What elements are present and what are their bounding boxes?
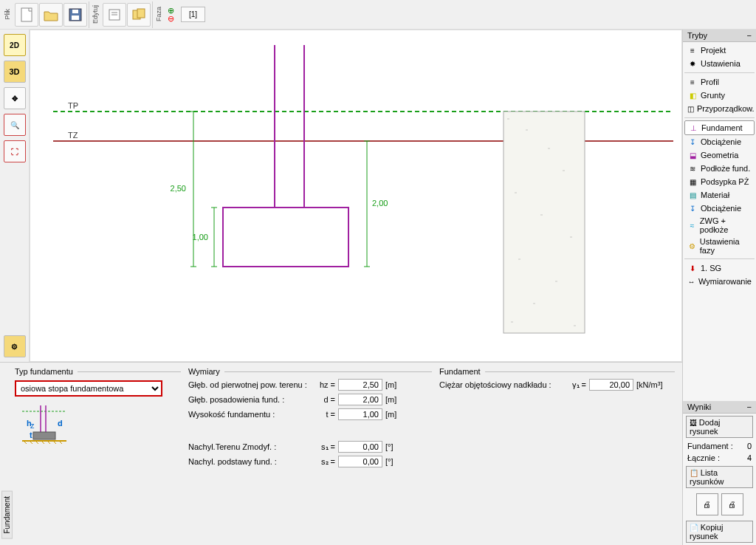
wyniki-header: Wyniki− — [683, 401, 756, 414]
svg-rect-3 — [72, 10, 78, 13]
material-icon: ▤ — [687, 190, 698, 200]
doc-icon: ≡ — [687, 45, 698, 55]
input-hz[interactable] — [338, 379, 382, 391]
bedding-icon: ▦ — [687, 176, 698, 187]
mode-material[interactable]: ▤Materiał — [684, 188, 755, 202]
water-icon: ≈ — [687, 220, 697, 230]
load-icon: ↧ — [687, 137, 698, 147]
right-panel: Tryby− ≡Projekt ✸Ustawienia ≡Profil ◧Gru… — [682, 30, 756, 545]
input-d[interactable] — [338, 394, 382, 405]
row-d: Głęb. posadowienia fund. : d = [m] — [188, 394, 432, 405]
foundation-icon: ⊥ — [688, 123, 698, 133]
row-lacznie: Łącznie :4 — [683, 452, 756, 464]
row-hz: Głęb. od pierwotnej pow. terenu : hz = [… — [188, 379, 432, 391]
legend-fund: Fundament — [439, 367, 481, 376]
bottom-panel: Fundament Typ fundamentu osiowa stopa fu… — [0, 362, 682, 545]
settings-button[interactable]: ⚙ — [4, 335, 26, 357]
geometry-icon: ⬓ — [687, 150, 698, 160]
fit-button[interactable]: ⛶ — [4, 140, 26, 162]
mode-projekt[interactable]: ≡Projekt — [684, 44, 755, 57]
mode-wymiar[interactable]: ↔Wymiarowanie — [684, 275, 755, 288]
col-typ: Typ fundamentu osiowa stopa fundamentowa… — [15, 367, 181, 541]
label-tz: TZ — [68, 131, 78, 140]
dodaj-rysunek-button[interactable]: 🖼 Dodaj rysunek — [686, 416, 753, 438]
svg-rect-11 — [504, 112, 585, 333]
minimize-icon[interactable]: − — [747, 31, 752, 40]
mode-geometria[interactable]: ⬓Geometria — [684, 148, 755, 162]
load2-icon: ↧ — [687, 203, 698, 213]
mode-profil[interactable]: ≡Profil — [684, 75, 755, 89]
row-gamma1: Ciężar objętościowy nadkładu : γ₁ = [kN/… — [439, 379, 675, 391]
left-toolbar: 2D 3D ✥ 🔍 ⛶ ⚙ — [0, 30, 30, 362]
tryby-header: Tryby− — [683, 30, 756, 42]
mode-grunty[interactable]: ◧Grunty — [684, 89, 755, 102]
zoom-button[interactable]: 🔍 — [4, 114, 26, 136]
view-2d-button[interactable]: 2D — [4, 34, 26, 56]
legend-wymiary: Wymiary — [188, 367, 220, 376]
foundation-type-select[interactable]: osiowa stopa fundamentowa — [15, 380, 162, 397]
svg-rect-2 — [72, 16, 79, 20]
drawing-canvas[interactable]: TP TZ 2,50 1,00 2,00 — [30, 30, 682, 362]
svg-rect-8 — [137, 9, 145, 18]
input-t[interactable] — [338, 408, 382, 420]
side-tab-fundament[interactable]: Fundament — [1, 491, 13, 539]
row-fundament: Fundament :0 — [683, 440, 756, 452]
group-label-edytuj: Edytuj — [91, 5, 100, 24]
sg-icon: ⬇ — [687, 263, 698, 273]
plus-minus-icon[interactable]: ⊕⊖ — [166, 7, 176, 23]
open-file-button[interactable] — [39, 3, 63, 27]
assign-icon: ◫ — [687, 103, 694, 114]
lista-rysunkow-button[interactable]: 📋 Lista rysunków — [686, 466, 753, 488]
move-button[interactable]: ✥ — [4, 87, 26, 109]
mode-ustawienia[interactable]: ✸Ustawienia — [684, 57, 755, 70]
top-toolbar: Plik Edytuj Faza ⊕⊖ [1] — [0, 0, 756, 30]
group-label-faza: Faza — [154, 7, 163, 21]
print-button-1[interactable]: 🖨 — [696, 493, 718, 515]
legend-typ: Typ fundamentu — [15, 367, 73, 376]
dim-250: 2,50 — [171, 184, 186, 193]
col-fundament: Fundament Ciężar objętościowy nadkładu :… — [439, 367, 675, 541]
mode-podloze[interactable]: ≋Podłoże fund. — [684, 162, 755, 175]
modes-list: ≡Projekt ✸Ustawienia ≡Profil ◧Grunty ◫Pr… — [683, 42, 756, 289]
dimensioning-icon: ↔ — [687, 276, 695, 287]
row-t: Wysokość fundamentu : t = [m] — [188, 408, 432, 420]
svg-rect-26 — [223, 208, 348, 267]
foundation-diagram: hz d t — [15, 404, 74, 448]
label-tp: TP — [68, 101, 78, 110]
kopiuj-rysunek-button[interactable]: 📄 Kopiuj rysunek — [686, 521, 753, 543]
mode-obciazenie[interactable]: ↧Obciążenie — [684, 135, 755, 148]
group-faza: ⊕⊖ [1] — [165, 1, 207, 28]
input-gamma1[interactable] — [589, 379, 633, 391]
svg-rect-39 — [33, 432, 55, 439]
svg-text:t: t — [30, 431, 32, 439]
new-file-button[interactable] — [15, 3, 38, 27]
input-s1[interactable] — [338, 441, 382, 453]
mode-fundament[interactable]: ⊥Fundament — [684, 120, 755, 135]
mode-podsypka[interactable]: ▦Podsypka PŻ — [684, 175, 755, 188]
mode-zwg[interactable]: ≈ZWG + podłoże — [684, 215, 755, 236]
dim-100: 1,00 — [193, 233, 208, 241]
view-3d-button[interactable]: 3D — [4, 61, 26, 83]
save-file-button[interactable] — [63, 3, 87, 27]
group-plik — [13, 1, 89, 28]
row-s1: Nachyl.Terenu Zmodyf. : s₁ = [°] — [188, 441, 432, 453]
mode-1sg[interactable]: ⬇1. SG — [684, 261, 755, 275]
svg-rect-0 — [21, 8, 32, 21]
mode-obciazenie2[interactable]: ↧Obciążenie — [684, 202, 755, 215]
minimize-icon[interactable]: − — [747, 402, 752, 411]
phase-tab-1[interactable]: [1] — [181, 7, 205, 22]
print-button-2[interactable]: 🖨 — [721, 493, 743, 515]
row-s2: Nachyl. podstawy fund. : s₂ = [°] — [188, 456, 432, 467]
edit-button-2[interactable] — [127, 3, 151, 27]
wyniki-section: Wyniki− 🖼 Dodaj rysunek Fundament :0 Łąc… — [683, 401, 756, 545]
svg-text:d: d — [58, 419, 63, 428]
dim-200: 2,00 — [372, 199, 388, 208]
edit-button-1[interactable] — [103, 3, 126, 27]
col-wymiary: Wymiary Głęb. od pierwotnej pow. terenu … — [188, 367, 432, 541]
input-s2[interactable] — [338, 456, 382, 467]
mode-ust-fazy[interactable]: ⚙Ustawienia fazy — [684, 236, 755, 256]
group-edytuj — [101, 1, 153, 28]
gear-icon: ✸ — [687, 58, 698, 69]
mode-przypor[interactable]: ◫Przyporządkow. — [684, 102, 755, 115]
svg-text:z: z — [30, 421, 35, 430]
